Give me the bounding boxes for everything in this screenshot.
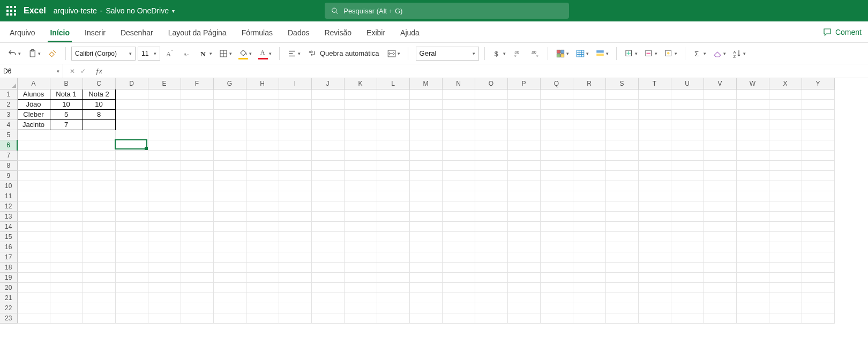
cell-J18[interactable]	[311, 262, 344, 272]
cell-Q18[interactable]	[540, 262, 573, 272]
cell-I16[interactable]	[279, 242, 311, 252]
cell-N15[interactable]	[442, 231, 475, 242]
cell-T6[interactable]	[638, 140, 671, 150]
cell-H5[interactable]	[246, 130, 279, 140]
spreadsheet-grid[interactable]: ABCDEFGHIJKLMNOPQRSTUVWXY1AlunosNota 1No…	[0, 78, 868, 337]
cell-J7[interactable]	[311, 150, 344, 160]
cell-X21[interactable]	[769, 293, 802, 303]
cell-I23[interactable]	[279, 313, 311, 323]
cell-Y2[interactable]	[802, 99, 834, 109]
cell-B16[interactable]	[50, 242, 83, 252]
cell-C3[interactable]: 8	[83, 109, 115, 119]
cell-N16[interactable]	[442, 242, 475, 252]
cell-W6[interactable]	[736, 140, 769, 150]
wrap-text-button[interactable]: abQuebra automática	[305, 46, 383, 61]
cell-A1[interactable]: Alunos	[17, 89, 50, 99]
cell-W9[interactable]	[736, 170, 769, 181]
col-header-R[interactable]: R	[573, 78, 605, 89]
cell-D21[interactable]	[115, 293, 148, 303]
col-header-J[interactable]: J	[311, 78, 344, 89]
cell-M6[interactable]	[409, 140, 442, 150]
cell-J23[interactable]	[311, 313, 344, 323]
cell-A20[interactable]	[17, 282, 50, 293]
cell-U16[interactable]	[671, 242, 704, 252]
cell-J3[interactable]	[311, 109, 344, 119]
cell-P20[interactable]	[507, 282, 540, 293]
cell-O3[interactable]	[475, 109, 507, 119]
tab-inserir[interactable]: Inserir	[77, 24, 113, 42]
cell-K4[interactable]	[344, 119, 377, 130]
cell-J13[interactable]	[311, 211, 344, 221]
cell-W20[interactable]	[736, 282, 769, 293]
cell-O15[interactable]	[475, 231, 507, 242]
cell-X9[interactable]	[769, 170, 802, 181]
col-header-I[interactable]: I	[279, 78, 311, 89]
cell-X13[interactable]	[769, 211, 802, 221]
cell-K20[interactable]	[344, 282, 377, 293]
col-header-N[interactable]: N	[442, 78, 475, 89]
cell-Q2[interactable]	[540, 99, 573, 109]
cell-E16[interactable]	[148, 242, 181, 252]
row-header-18[interactable]: 18	[0, 262, 17, 272]
cell-G21[interactable]	[213, 293, 246, 303]
cell-A13[interactable]	[17, 211, 50, 221]
cell-H8[interactable]	[246, 160, 279, 170]
cell-P21[interactable]	[507, 293, 540, 303]
cell-T8[interactable]	[638, 160, 671, 170]
cell-N18[interactable]	[442, 262, 475, 272]
cell-N8[interactable]	[442, 160, 475, 170]
cell-O13[interactable]	[475, 211, 507, 221]
undo-button[interactable]: ▾	[5, 46, 23, 61]
cell-J17[interactable]	[311, 252, 344, 262]
cell-U15[interactable]	[671, 231, 704, 242]
cell-G17[interactable]	[213, 252, 246, 262]
cell-G13[interactable]	[213, 211, 246, 221]
cell-S9[interactable]	[605, 170, 638, 181]
number-format-select[interactable]: Geral▾	[416, 47, 479, 61]
cell-I2[interactable]	[279, 99, 311, 109]
cell-X14[interactable]	[769, 221, 802, 231]
cell-Y20[interactable]	[802, 282, 834, 293]
cell-S19[interactable]	[605, 272, 638, 282]
col-header-O[interactable]: O	[475, 78, 507, 89]
cell-K17[interactable]	[344, 252, 377, 262]
cell-H12[interactable]	[246, 201, 279, 211]
cell-M2[interactable]	[409, 99, 442, 109]
cell-J2[interactable]	[311, 99, 344, 109]
cell-K23[interactable]	[344, 313, 377, 323]
cell-A11[interactable]	[17, 191, 50, 201]
cell-S11[interactable]	[605, 191, 638, 201]
cell-R8[interactable]	[573, 160, 605, 170]
cell-R23[interactable]	[573, 313, 605, 323]
cell-C10[interactable]	[83, 181, 115, 191]
cell-R15[interactable]	[573, 231, 605, 242]
row-header-12[interactable]: 12	[0, 201, 17, 211]
cell-I17[interactable]	[279, 252, 311, 262]
cell-F23[interactable]	[181, 313, 213, 323]
cell-R17[interactable]	[573, 252, 605, 262]
cell-S18[interactable]	[605, 262, 638, 272]
cell-G23[interactable]	[213, 313, 246, 323]
cell-W23[interactable]	[736, 313, 769, 323]
cell-O23[interactable]	[475, 313, 507, 323]
align-button[interactable]: ▾	[285, 46, 303, 61]
cell-H21[interactable]	[246, 293, 279, 303]
cell-N3[interactable]	[442, 109, 475, 119]
cell-V21[interactable]	[704, 293, 736, 303]
cell-U1[interactable]	[671, 89, 704, 99]
tab-desenhar[interactable]: Desenhar	[113, 24, 161, 42]
cell-L20[interactable]	[377, 282, 409, 293]
cell-Q10[interactable]	[540, 181, 573, 191]
cell-Y5[interactable]	[802, 130, 834, 140]
select-all-corner[interactable]	[0, 78, 17, 89]
cell-W12[interactable]	[736, 201, 769, 211]
cell-Q16[interactable]	[540, 242, 573, 252]
cell-A9[interactable]	[17, 170, 50, 181]
row-header-2[interactable]: 2	[0, 99, 17, 109]
cell-S10[interactable]	[605, 181, 638, 191]
cell-I5[interactable]	[279, 130, 311, 140]
cell-U3[interactable]	[671, 109, 704, 119]
cell-Y22[interactable]	[802, 303, 834, 313]
cell-M21[interactable]	[409, 293, 442, 303]
cell-V4[interactable]	[704, 119, 736, 130]
